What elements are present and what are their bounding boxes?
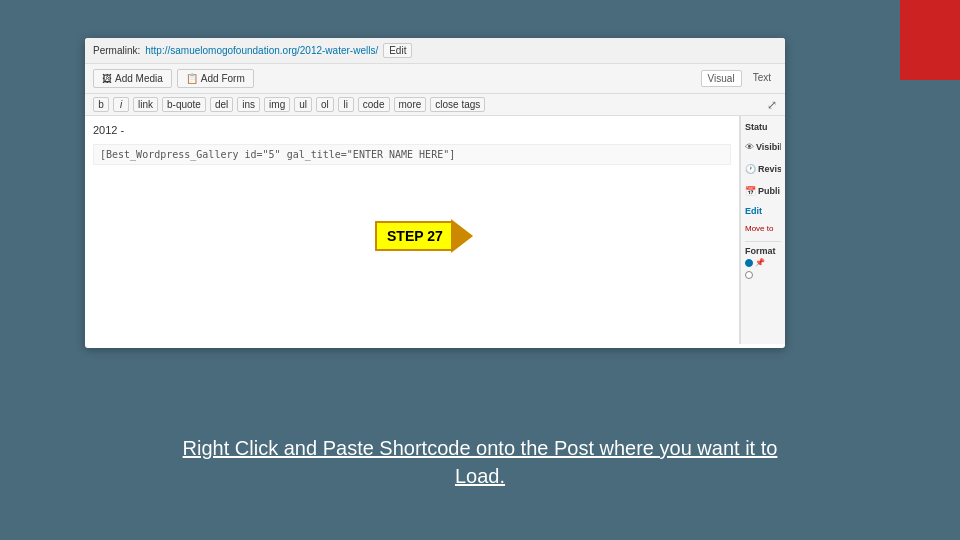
text-tab[interactable]: Text xyxy=(747,70,777,87)
bottom-text: Right Click and Paste Shortcode onto the… xyxy=(150,434,810,490)
publish-label: Publi xyxy=(758,186,780,196)
img-button[interactable]: img xyxy=(264,97,290,112)
editor-content-wrapper: 2012 - [Best_Wordpress_Gallery id="5" ga… xyxy=(85,116,785,344)
ul-button[interactable]: ul xyxy=(294,97,312,112)
move-to-trash-label[interactable]: Move to xyxy=(745,224,781,233)
clock-icon: 🕐 xyxy=(745,164,756,174)
code-button[interactable]: code xyxy=(358,97,390,112)
publish-row: 📅 Publi xyxy=(745,184,781,198)
del-button[interactable]: del xyxy=(210,97,233,112)
editor-screenshot: Permalink: http://samuelomogofoundation.… xyxy=(85,38,785,348)
calendar-icon: 📅 xyxy=(745,186,756,196)
shortcode-line[interactable]: [Best_Wordpress_Gallery id="5" gal_title… xyxy=(93,144,731,165)
link-button[interactable]: link xyxy=(133,97,158,112)
add-form-button[interactable]: 📋 Add Form xyxy=(177,69,254,88)
permalink-label: Permalink: xyxy=(93,45,140,56)
blockquote-button[interactable]: b-quote xyxy=(162,97,206,112)
red-corner-decoration xyxy=(900,0,960,80)
bottom-text-line2: Load. xyxy=(455,465,505,487)
step-label: STEP 27 xyxy=(375,221,453,251)
visual-tab[interactable]: Visual xyxy=(701,70,742,87)
edit-label[interactable]: Edit xyxy=(745,206,781,216)
arrow-head-icon xyxy=(453,221,473,251)
editor-sidebar: Statu 👁 Visibil 🕐 Revis 📅 Publi xyxy=(740,116,785,344)
format-radio-1: 📌 xyxy=(745,256,781,269)
li-button[interactable]: li xyxy=(338,97,354,112)
ins-button[interactable]: ins xyxy=(237,97,260,112)
pushpin-icon: 📌 xyxy=(755,258,765,267)
visibility-label: Visibil xyxy=(756,142,781,152)
editor-main: 2012 - [Best_Wordpress_Gallery id="5" ga… xyxy=(85,116,740,344)
eye-icon: 👁 xyxy=(745,142,754,152)
permalink-url[interactable]: http://samuelomogofoundation.org/2012-wa… xyxy=(145,45,378,56)
visibility-section: 👁 Visibil xyxy=(745,140,781,154)
visibility-row: 👁 Visibil xyxy=(745,140,781,154)
toolbar-tabs: Visual Text xyxy=(701,70,777,87)
revisions-label: Revis xyxy=(758,164,781,174)
more-button[interactable]: more xyxy=(394,97,427,112)
format-radio-active[interactable] xyxy=(745,259,753,267)
form-icon: 📋 xyxy=(186,73,198,84)
year-line: 2012 - xyxy=(93,124,731,136)
step-arrow: STEP 27 xyxy=(375,221,473,251)
bold-button[interactable]: b xyxy=(93,97,109,112)
bottom-text-line1: Right Click and Paste Shortcode onto the… xyxy=(183,437,778,459)
italic-button[interactable]: i xyxy=(113,97,129,112)
publish-section: 📅 Publi xyxy=(745,184,781,198)
format-section: Format 📌 xyxy=(745,241,781,281)
move-to-trash-section: Move to xyxy=(745,224,781,233)
format-label: Format xyxy=(745,246,781,256)
edit-section: Edit xyxy=(745,206,781,216)
step-arrow-container: STEP 27 xyxy=(375,221,473,251)
format-toolbar: b i link b-quote del ins img ul ol li co… xyxy=(85,94,785,116)
format-radio-2 xyxy=(745,269,781,281)
permalink-bar: Permalink: http://samuelomogofoundation.… xyxy=(85,38,785,64)
fullscreen-icon[interactable]: ⤢ xyxy=(767,98,777,112)
revisions-section: 🕐 Revis xyxy=(745,162,781,176)
add-media-button[interactable]: 🖼 Add Media xyxy=(93,69,172,88)
bottom-text-area: Right Click and Paste Shortcode onto the… xyxy=(0,434,960,490)
editor-toolbar: 🖼 Add Media 📋 Add Form Visual Text xyxy=(85,64,785,94)
format-radio-inactive[interactable] xyxy=(745,271,753,279)
toolbar-left: 🖼 Add Media 📋 Add Form xyxy=(93,69,254,88)
close-tags-button[interactable]: close tags xyxy=(430,97,485,112)
status-label: Statu xyxy=(745,122,781,132)
camera-icon: 🖼 xyxy=(102,73,112,84)
ol-button[interactable]: ol xyxy=(316,97,334,112)
revisions-row: 🕐 Revis xyxy=(745,162,781,176)
permalink-edit-button[interactable]: Edit xyxy=(383,43,412,58)
status-section: Statu xyxy=(745,122,781,132)
